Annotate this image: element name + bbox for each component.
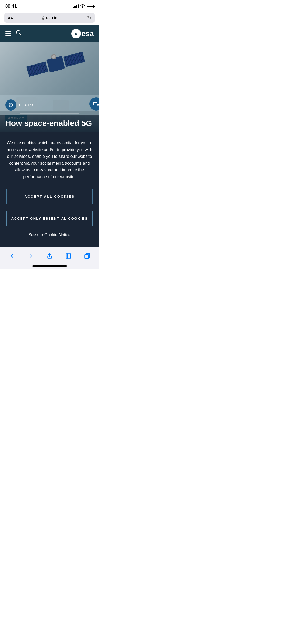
svg-rect-0 (42, 18, 44, 20)
refresh-icon[interactable]: ↻ (87, 15, 91, 21)
hero-title-text: How space-enabled 5G (5, 119, 92, 127)
back-button[interactable] (6, 250, 18, 262)
cookie-description: We use cookies which are essential for y… (6, 140, 93, 180)
wifi-icon (80, 4, 85, 9)
cookie-banner: We use cookies which are essential for y… (0, 132, 99, 247)
story-icon (5, 99, 16, 111)
esa-circle-icon: e (71, 29, 81, 38)
hero-title: How space-enabled 5G (0, 115, 99, 132)
address-bar[interactable]: A A esa.int ↻ (4, 13, 95, 23)
accept-essential-cookies-button[interactable]: ACCEPT ONLY ESSENTIAL COOKIES (6, 211, 93, 226)
lock-icon (42, 16, 45, 20)
svg-line-2 (20, 34, 21, 35)
forward-button[interactable] (25, 250, 37, 262)
signal-bars-icon (73, 4, 79, 8)
status-icons (73, 4, 94, 9)
hamburger-menu-icon[interactable] (5, 31, 11, 36)
hero-area: STORY 5G AGENCY How space-enabled 5G (0, 42, 99, 132)
esa-text: esa (81, 29, 94, 38)
road (0, 111, 99, 116)
status-bar: 09:41 (0, 0, 99, 12)
satellite-panel-left (26, 62, 48, 77)
safari-bottom-bar (0, 247, 99, 269)
bookmarks-button[interactable] (63, 250, 74, 262)
story-label-text: STORY (19, 103, 34, 107)
nav-left (5, 30, 22, 37)
satellite-illustration (23, 42, 88, 86)
svg-text:5G: 5G (97, 104, 99, 106)
satellite-body (46, 56, 65, 73)
search-icon[interactable] (16, 30, 22, 37)
tabs-button[interactable] (81, 250, 93, 262)
accept-all-cookies-button[interactable]: ACCEPT ALL COOKIES (6, 189, 93, 204)
share-button[interactable] (44, 250, 55, 262)
satellite-panel-right (63, 52, 85, 67)
battery-icon (87, 5, 94, 8)
svg-rect-9 (93, 102, 97, 105)
cookie-notice-link[interactable]: See our Cookie Notice (28, 233, 70, 237)
page-wrapper: 09:41 A A (0, 0, 99, 269)
svg-point-4 (10, 104, 11, 105)
text-size-label[interactable]: A A (8, 16, 13, 20)
home-indicator (32, 265, 67, 267)
story-label-area: STORY (5, 99, 34, 111)
status-time: 09:41 (5, 4, 17, 9)
svg-rect-12 (85, 254, 88, 258)
nav-header: e esa (0, 25, 99, 42)
esa-logo[interactable]: e esa (71, 29, 94, 38)
url-text[interactable]: esa.int (46, 16, 59, 20)
url-area[interactable]: esa.int (15, 16, 85, 20)
